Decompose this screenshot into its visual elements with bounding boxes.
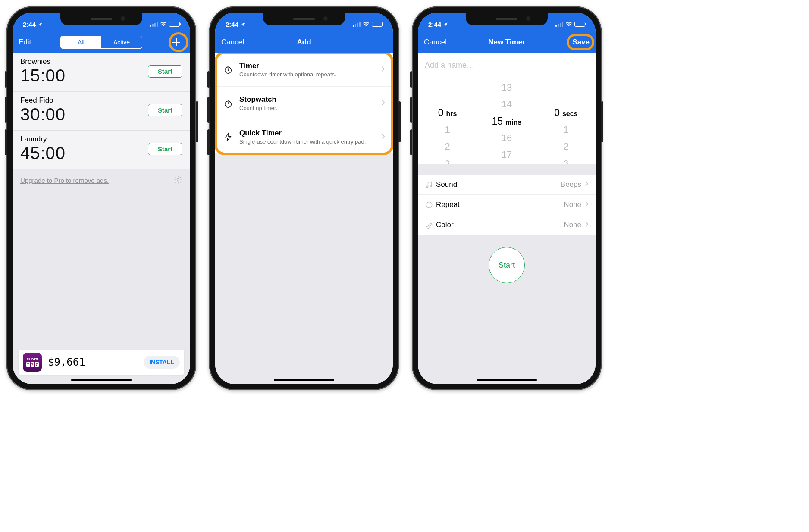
option-title: Quick Timer (239, 129, 375, 138)
start-button[interactable]: Start (148, 104, 182, 116)
status-time: 2:44 (428, 21, 441, 28)
setting-repeat[interactable]: Repeat None (418, 195, 596, 215)
timer-row[interactable]: Laundry 45:00 Start (13, 131, 190, 169)
chevron-right-icon (381, 100, 385, 107)
battery-icon (169, 22, 180, 27)
add-option-quick-timer[interactable]: Quick Timer Single-use countdown timer w… (215, 120, 393, 153)
chevron-right-icon (585, 221, 589, 229)
cancel-button[interactable]: Cancel (221, 38, 244, 47)
ad-banner[interactable]: SLOTS 7 7 7 $9,661 INSTALL (19, 350, 184, 375)
timer-icon (223, 65, 233, 75)
start-button[interactable]: Start (148, 143, 182, 155)
nav-bar: Edit All Active (13, 31, 190, 53)
setting-sound[interactable]: Sound Beeps (418, 175, 596, 195)
nav-bar: Cancel Add (215, 31, 393, 53)
add-option-timer[interactable]: Timer Countdown timer with optional repe… (215, 53, 393, 87)
timer-row[interactable]: Brownies 15:00 Start (13, 53, 190, 92)
home-indicator[interactable] (71, 379, 132, 381)
svg-point-6 (430, 185, 432, 187)
setting-color[interactable]: Color None (418, 215, 596, 235)
start-button[interactable]: Start (148, 65, 182, 78)
home-indicator[interactable] (274, 379, 334, 381)
svg-point-2 (177, 179, 179, 181)
cell-signal-icon (353, 22, 361, 27)
option-subtitle: Count up timer. (239, 105, 375, 111)
segment-all[interactable]: All (61, 36, 101, 48)
setting-label: Repeat (436, 200, 564, 209)
chevron-right-icon (381, 133, 385, 141)
gear-icon[interactable] (174, 175, 182, 185)
wifi-icon (565, 21, 572, 28)
phone-frame-2: 2:44 Cancel Add Timer Countdown timer wi… (209, 6, 399, 390)
timer-time: 15:00 (20, 66, 66, 85)
option-subtitle: Single-use countdown timer with a quick … (239, 138, 375, 145)
ad-price: $9,661 (48, 356, 138, 368)
phone-frame-1: 2:44 Edit All Active (6, 6, 196, 390)
setting-label: Color (436, 221, 564, 229)
edit-button[interactable]: Edit (19, 38, 31, 47)
location-icon (241, 21, 245, 28)
stopwatch-icon (223, 99, 233, 108)
phone-frame-3: 2:44 Cancel New Timer Save Add a name… (412, 6, 602, 390)
location-icon (38, 21, 43, 28)
ad-icon-label: SLOTS (27, 357, 38, 361)
upgrade-link[interactable]: Upgrade to Pro to remove ads. (20, 177, 109, 184)
location-icon (443, 21, 448, 28)
segment-active[interactable]: Active (101, 36, 142, 48)
option-title: Stopwatch (239, 95, 375, 104)
filter-segmented-control[interactable]: All Active (60, 36, 142, 49)
music-note-icon (425, 180, 436, 189)
timer-name-input[interactable]: Add a name… (418, 53, 596, 78)
start-button-large[interactable]: Start (489, 247, 525, 283)
lightning-icon (223, 132, 233, 142)
repeat-icon (425, 200, 436, 209)
ad-app-icon: SLOTS 7 7 7 (23, 353, 42, 372)
setting-value: Beeps (561, 180, 581, 189)
battery-icon (574, 22, 585, 27)
wifi-icon (363, 21, 370, 28)
timer-name: Brownies (20, 57, 66, 66)
save-button[interactable]: Save (572, 38, 590, 47)
svg-point-5 (426, 186, 428, 188)
chevron-right-icon (585, 200, 589, 209)
chevron-right-icon (381, 66, 385, 74)
status-time: 2:44 (23, 21, 36, 28)
timer-settings-list: Sound Beeps Repeat None Color None (418, 175, 596, 235)
battery-icon (372, 22, 383, 27)
cancel-button[interactable]: Cancel (424, 38, 447, 47)
brush-icon (425, 221, 436, 229)
duration-picker[interactable]: 0hrs 1 2 3 12 13 14 15mins 16 17 18 (418, 78, 596, 164)
setting-value: None (564, 221, 581, 229)
add-type-list: Timer Countdown timer with optional repe… (215, 53, 393, 153)
setting-value: None (564, 200, 581, 209)
home-indicator[interactable] (477, 379, 537, 381)
timer-list: Brownies 15:00 Start Feed Fido 30:00 Sta… (13, 53, 190, 169)
option-title: Timer (239, 62, 375, 70)
timer-time: 45:00 (20, 144, 66, 163)
upgrade-row: Upgrade to Pro to remove ads. (13, 169, 190, 191)
timer-name: Feed Fido (20, 96, 66, 105)
wifi-icon (160, 21, 167, 28)
add-button[interactable] (169, 34, 184, 50)
status-time: 2:44 (226, 21, 238, 28)
cell-signal-icon (555, 22, 563, 27)
setting-label: Sound (436, 180, 561, 189)
chevron-right-icon (585, 180, 589, 189)
install-button[interactable]: INSTALL (144, 356, 180, 369)
timer-time: 30:00 (20, 105, 66, 124)
add-option-stopwatch[interactable]: Stopwatch Count up timer. (215, 87, 393, 120)
cell-signal-icon (150, 22, 158, 27)
timer-row[interactable]: Feed Fido 30:00 Start (13, 92, 190, 131)
nav-bar: Cancel New Timer Save (418, 31, 596, 53)
timer-name: Laundry (20, 135, 66, 144)
option-subtitle: Countdown timer with optional repeats. (239, 71, 375, 78)
